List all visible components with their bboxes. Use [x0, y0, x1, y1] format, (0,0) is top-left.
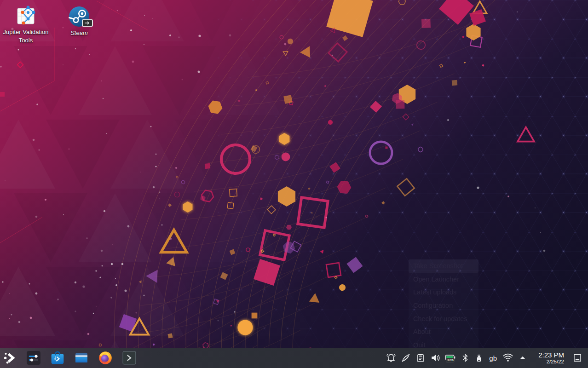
terminal-button[interactable]	[122, 351, 137, 365]
taskbar-panel: 98% gb	[0, 348, 588, 368]
firefox-button[interactable]	[98, 351, 113, 365]
desktop-icon-label: Steam	[70, 29, 88, 37]
symlink-emblem-icon	[82, 19, 93, 27]
bluetooth-button[interactable]	[461, 353, 470, 363]
wifi-button[interactable]	[502, 353, 513, 363]
panel-left-group	[3, 351, 137, 365]
desktop-icon-jupiter-validation-tools[interactable]: Jupiter Validation Tools	[2, 5, 50, 45]
file-manager-icon	[74, 351, 89, 365]
file-manager-button[interactable]	[74, 351, 89, 365]
volume-button[interactable]	[430, 353, 440, 363]
digital-clock[interactable]: 2:23 PM 2/25/22	[536, 351, 564, 365]
wifi-icon	[502, 353, 513, 363]
battery-button[interactable]: 98%	[445, 353, 456, 363]
system-settings-button[interactable]	[26, 351, 41, 365]
clipboard-button[interactable]	[415, 353, 426, 363]
keyboard-layout-label: gb	[489, 354, 497, 362]
desktop-icon-label: Jupiter Validation Tools	[2, 28, 50, 45]
clock-time: 2:23 PM	[538, 351, 564, 359]
clock-date: 2/25/22	[547, 359, 564, 365]
firefox-icon	[98, 351, 113, 365]
show-desktop-button[interactable]	[572, 353, 582, 363]
bluetooth-icon	[461, 353, 470, 363]
terminal-icon	[122, 351, 137, 365]
keyboard-layout-indicator[interactable]: gb	[488, 354, 498, 362]
show-desktop-icon	[572, 353, 582, 363]
system-settings-icon	[26, 351, 41, 365]
desktop-surface[interactable]: Take Screenshot Open Launcher Latest upl…	[0, 0, 588, 348]
clipboard-icon	[415, 353, 426, 363]
battery-icon: 98%	[445, 353, 456, 363]
usb-device-button[interactable]	[474, 353, 484, 363]
flame-tray-button[interactable]	[401, 353, 411, 363]
wallpaper	[0, 0, 588, 348]
volume-icon	[430, 353, 440, 363]
flame-icon	[401, 353, 411, 363]
notifications-bell-icon	[386, 353, 396, 363]
jupiter-validation-tools-icon	[15, 5, 37, 27]
notifications-button[interactable]	[386, 353, 396, 363]
usb-device-icon	[474, 353, 484, 363]
hex-lattice-pattern	[184, 0, 588, 348]
expand-tray-button[interactable]	[518, 353, 527, 362]
application-launcher-button[interactable]	[3, 351, 17, 365]
system-tray: 98% gb	[386, 351, 586, 365]
application-launcher-icon	[3, 351, 17, 365]
discover-store-button[interactable]	[50, 351, 65, 365]
desktop-icon-steam[interactable]: Steam	[59, 6, 99, 37]
battery-percent-label: 98%	[447, 358, 454, 362]
discover-store-icon	[50, 351, 65, 365]
expand-tray-icon	[518, 353, 527, 362]
